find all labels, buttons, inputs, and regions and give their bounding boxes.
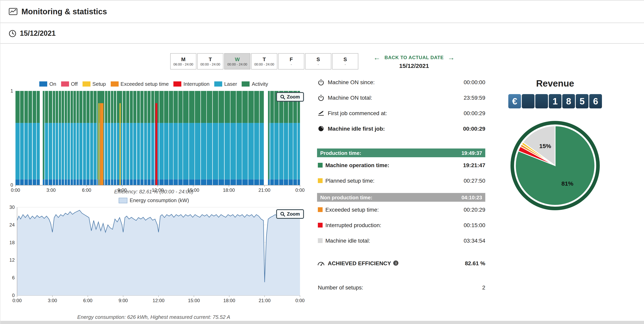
day-sunday[interactable]: S - [332, 53, 358, 70]
back-to-actual-date-button[interactable]: BACK TO ACTUAL DATE [384, 55, 444, 60]
efficiency-caption: Efficiency: 82.61 % (00:00 - 24:00) [8, 189, 300, 195]
stat-value: 00:00:29 [463, 125, 485, 132]
legend-swatch-on [40, 81, 48, 87]
svg-text:18: 18 [9, 240, 15, 245]
legend-item-interruption: Interruption [174, 81, 210, 87]
svg-text:18:00: 18:00 [223, 298, 235, 303]
day-label: T [263, 56, 266, 62]
machine-state-chart: 0:003:006:009:0012:0015:0018:0021:000:00… [8, 88, 315, 193]
monitoring-dashboard: Monitoring & statistics 15/12/2021 M 06:… [0, 0, 644, 324]
takeoff-icon [317, 110, 325, 116]
zoom-label: Zoom [287, 211, 300, 217]
stat-value: 03:34:54 [464, 237, 485, 244]
day-friday[interactable]: F - [278, 53, 304, 70]
legend-label: Setup [92, 81, 106, 87]
day-thursday[interactable]: T 00:00 - 24:00 [251, 53, 277, 70]
info-icon[interactable]: i [394, 260, 398, 266]
stat-row-exceeded-setup-time: Exceeded setup time: 00:20:29 [317, 202, 485, 217]
legend-swatch-laser [214, 81, 222, 87]
day-monday[interactable]: M 06:00 - 24:00 [170, 53, 196, 70]
stat-row-machine-operation-time: Machine operation time: 19:21:47 [317, 157, 485, 173]
exceeded-setup-swatch [318, 207, 322, 212]
week-selector: M 06:00 - 24:00 T 00:00 - 24:00 W 00:00 … [170, 53, 455, 70]
day-tuesday[interactable]: T 00:00 - 24:00 [197, 53, 224, 70]
svg-text:15%: 15% [539, 143, 551, 149]
digit-tile: 5 [576, 94, 588, 108]
legend-item-off: Off [61, 81, 78, 87]
current-date: 15/12/2021 [20, 29, 56, 38]
prev-day-arrow[interactable]: ← [374, 54, 380, 61]
efficiency-label: ACHIEVED EFFICIENCY [328, 260, 391, 266]
day-wednesday-selected[interactable]: W 00:00 - 24:00 [224, 53, 250, 70]
clock-icon [9, 30, 16, 37]
energy-legend: Energy consumption (kW) [8, 197, 300, 203]
digit-tile: 8 [562, 94, 575, 108]
stat-value: 00:00:29 [464, 110, 485, 116]
setups-label: Number of setups: [318, 284, 363, 290]
app-header: Monitoring & statistics [0, 1, 644, 23]
timeline-legend: On Off Setup Exceeded setup time Interru… [8, 81, 300, 87]
timeline-zoom-button[interactable]: Zoom [276, 92, 304, 102]
non-production-time-header: Non production time: 04:10:23 [317, 193, 485, 202]
stat-value: 00:27:50 [464, 177, 485, 184]
svg-text:1: 1 [10, 88, 13, 94]
digit-tile [535, 94, 548, 108]
revenue-counter: € 1 8 5 6 [504, 94, 606, 108]
date-header: 15/12/2021 [0, 24, 644, 44]
stat-value: 19:21:47 [463, 162, 485, 168]
number-of-setups-row: Number of setups: 2 [317, 279, 485, 295]
setups-value: 2 [482, 284, 485, 290]
svg-text:12:00: 12:00 [152, 298, 164, 303]
selected-date: 15/12/2021 [399, 62, 429, 69]
svg-text:3:00: 3:00 [48, 298, 57, 303]
page-title: Monitoring & statistics [22, 7, 107, 16]
svg-text:12: 12 [9, 257, 15, 263]
revenue-panel: Revenue € 1 8 5 6 81%15% [504, 78, 606, 213]
stat-label: Interrupted production: [325, 222, 381, 228]
legend-label: Activity [252, 81, 268, 87]
legend-item-activity: Activity [242, 81, 268, 87]
next-day-arrow[interactable]: → [448, 54, 455, 61]
legend-swatch-off [61, 81, 69, 87]
svg-text:9:00: 9:00 [118, 298, 128, 303]
stat-label: Machine ON total: [328, 94, 372, 101]
power-icon [317, 94, 325, 101]
stat-label: First job commenced at: [328, 110, 387, 116]
day-label: T [209, 56, 212, 62]
stat-row-machine-idle-total: Machine idle total: 03:34:54 [317, 233, 485, 248]
legend-swatch-interruption [174, 81, 181, 87]
day-range: - [291, 62, 292, 67]
legend-label: Off [71, 81, 78, 87]
svg-text:30: 30 [9, 205, 15, 210]
energy-zoom-button[interactable]: Zoom [276, 209, 304, 219]
legend-item-setup: Setup [82, 81, 106, 87]
header-value: 19:49:37 [462, 150, 482, 156]
stat-row-planned-setup-time: Planned setup time: 00:27:50 [317, 173, 485, 188]
day-range: 00:00 - 24:00 [254, 62, 274, 67]
stat-label: Machine idle total: [325, 237, 370, 244]
svg-text:0:00: 0:00 [12, 298, 22, 303]
header-label: Non production time: [320, 194, 372, 200]
header-label: Production time: [320, 150, 361, 156]
svg-text:24: 24 [9, 222, 15, 227]
legend-label: Interruption [183, 81, 210, 87]
stats-panel: Machine ON since: 00:00:00 Machine ON to… [317, 74, 485, 295]
revenue-pie-chart: 81%15% [508, 118, 603, 213]
day-label: M [181, 56, 186, 62]
energy-legend-swatch [118, 198, 127, 203]
stat-label: Planned setup time: [325, 177, 374, 184]
legend-item-exceeded-setup: Exceeded setup time [111, 81, 169, 87]
idle-swatch [318, 238, 322, 243]
digit-tile [522, 94, 534, 108]
gauge-icon [317, 260, 325, 266]
machine-idle-icon [317, 125, 325, 132]
magnifier-icon [280, 211, 285, 217]
production-time-header: Production time: 19:49:37 [317, 149, 485, 157]
day-saturday[interactable]: S - [305, 53, 331, 70]
energy-legend-label: Energy consumption (kW) [130, 197, 189, 203]
day-range: 06:00 - 24:00 [174, 62, 193, 67]
svg-text:6: 6 [12, 275, 15, 280]
stat-label: Exceeded setup time: [325, 206, 379, 213]
horizontal-scrollbar[interactable] [0, 321, 644, 324]
legend-swatch-activity [242, 81, 250, 87]
